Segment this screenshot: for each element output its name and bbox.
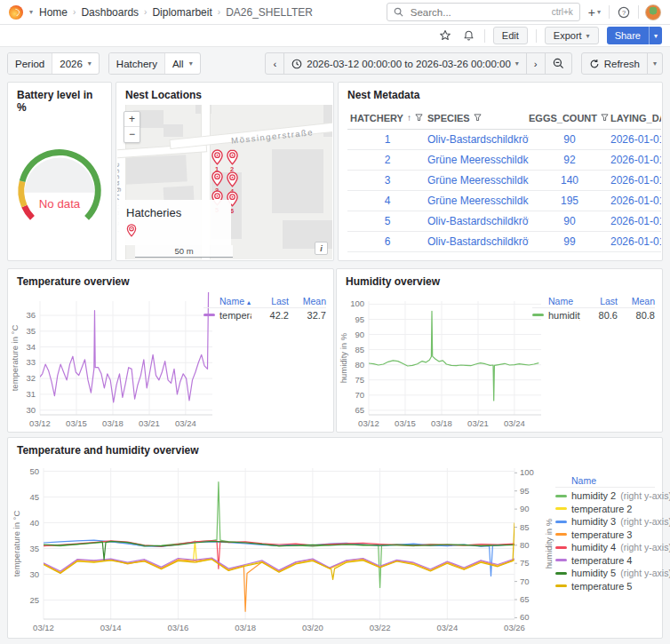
help-icon[interactable]: ?: [616, 3, 632, 22]
cell-species[interactable]: Oliv-Bastardschildkröte: [427, 232, 529, 251]
cell-laying[interactable]: 2026-01-01 0: [610, 130, 661, 149]
humidity-legend: Name Last Mean humidity 80.6 80.8: [532, 294, 655, 322]
cell-laying[interactable]: 2026-01-01 0: [610, 191, 661, 211]
svg-text:35: 35: [26, 326, 36, 336]
cell-eggs[interactable]: 92: [529, 150, 610, 170]
map-info-button[interactable]: i: [315, 242, 328, 255]
edit-button[interactable]: Edit: [493, 27, 528, 44]
map-zoom-controls: + −: [124, 111, 140, 143]
legend-mean-header[interactable]: Mean: [289, 296, 326, 306]
series-color-swatch: [555, 533, 567, 536]
legend-series-label[interactable]: humidity: [532, 310, 580, 321]
add-button[interactable]: +▾: [586, 3, 602, 22]
legend-mean-header[interactable]: Mean: [618, 296, 655, 306]
humidity-chart[interactable]: 03/1203/1503/1803/2103/24657075808590951…: [339, 292, 546, 429]
table-row: 6 Oliv-Bastardschildkröte 99 2026-01-01 …: [347, 232, 661, 252]
map-canvas[interactable]: Mössingerstraße Feldhofgasse 1 2 3 4 5 6: [117, 105, 332, 259]
gauge-red-segment: [24, 206, 32, 218]
svg-text:03/24: 03/24: [504, 418, 525, 428]
temperature-chart[interactable]: 03/1203/1503/1803/2103/2430313233343536t…: [10, 292, 218, 429]
legend-name-header[interactable]: Name: [532, 296, 580, 306]
legend-item[interactable]: humidity 4 (right y-axis): [555, 541, 655, 554]
cell-laying[interactable]: 2026-01-01 0: [610, 150, 661, 170]
grafana-logo-icon[interactable]: [9, 5, 23, 20]
combined-chart[interactable]: 03/1203/1403/1603/1803/2003/2203/2403/26…: [12, 463, 555, 633]
map-zoom-out-button[interactable]: −: [124, 127, 140, 142]
cell-species[interactable]: Oliv-Bastardschildkröte: [427, 211, 529, 231]
legend-last-header[interactable]: Last: [251, 296, 289, 306]
breadcrumb-folder[interactable]: Diplomarbeit: [152, 6, 211, 19]
chevron-down-icon[interactable]: ▾: [29, 8, 33, 16]
time-range-button[interactable]: 2026-03-12 00:00:00 to 2026-03-26 00:00:…: [283, 52, 527, 75]
legend-item[interactable]: humidity 2 (right y-axis): [555, 489, 655, 503]
search-input[interactable]: [409, 6, 546, 19]
cell-laying[interactable]: 2026-01-01 0: [610, 171, 661, 190]
legend-item[interactable]: temperature 3: [555, 529, 655, 542]
legend-item[interactable]: humidity 3 (right y-axis): [555, 515, 655, 529]
legend-item[interactable]: temperature 4: [555, 554, 655, 568]
cell-hatchery[interactable]: 4: [347, 191, 427, 211]
legend-item[interactable]: temperature 5: [555, 580, 655, 593]
breadcrumb-dashboards[interactable]: Dashboards: [81, 6, 139, 19]
map-marker[interactable]: 1: [210, 149, 224, 171]
cell-species[interactable]: Oliv-Bastardschildkröte: [427, 130, 529, 149]
bell-icon[interactable]: [461, 26, 476, 45]
filter-icon[interactable]: [474, 114, 482, 122]
time-shift-forward-button[interactable]: ›: [526, 52, 546, 75]
refresh-button[interactable]: Refresh: [581, 52, 648, 75]
export-button[interactable]: Export▾: [545, 27, 599, 44]
share-menu-chevron-icon[interactable]: ▾: [649, 27, 662, 44]
cell-hatchery[interactable]: 2: [347, 150, 427, 170]
cell-hatchery[interactable]: 6: [347, 232, 427, 251]
refresh-interval-chevron[interactable]: ▾: [647, 52, 663, 75]
share-button[interactable]: Share ▾: [607, 27, 662, 44]
svg-text:03/21: 03/21: [467, 418, 489, 428]
column-header-eggs-count[interactable]: EGGS_COUNT: [529, 107, 610, 129]
column-header-species[interactable]: SPECIES: [427, 107, 529, 129]
time-shift-back-button[interactable]: ‹: [265, 52, 284, 75]
cell-species[interactable]: Grüne Meeresschildkröte: [427, 150, 529, 170]
search-box[interactable]: ctrl+k: [387, 3, 580, 21]
period-select[interactable]: 2026▾: [52, 53, 99, 74]
cell-eggs[interactable]: 140: [529, 171, 610, 190]
legend-row: temperature 42.2 32.7: [203, 308, 326, 322]
legend-last-header[interactable]: Last: [580, 296, 618, 306]
legend-name-header[interactable]: Name: [555, 473, 655, 488]
svg-text:70: 70: [355, 390, 364, 400]
series-color-swatch: [532, 314, 544, 316]
map-zoom-in-button[interactable]: +: [124, 112, 140, 127]
cell-laying[interactable]: 2026-01-01 0: [610, 232, 661, 251]
hatchery-select[interactable]: All▾: [165, 53, 200, 74]
svg-text:65: 65: [520, 594, 530, 604]
cell-eggs[interactable]: 99: [529, 232, 610, 251]
battery-gauge[interactable]: No data: [8, 115, 111, 248]
filter-icon[interactable]: [415, 114, 423, 122]
star-icon[interactable]: [437, 26, 453, 45]
cell-eggs[interactable]: 195: [529, 191, 610, 211]
svg-text:40: 40: [29, 518, 39, 528]
cell-hatchery[interactable]: 1: [347, 130, 427, 149]
cell-hatchery[interactable]: 5: [347, 211, 427, 231]
svg-text:03/24: 03/24: [436, 623, 458, 632]
legend-name-header[interactable]: Name ▴: [203, 296, 251, 306]
svg-text:03/18: 03/18: [235, 623, 256, 632]
cell-laying[interactable]: 2026-01-01 0: [610, 211, 661, 231]
hatchery-pin-icon: [126, 224, 137, 237]
svg-text:80: 80: [520, 540, 530, 550]
column-header-laying-date[interactable]: LAYING_DAT: [610, 107, 661, 129]
legend-series-label[interactable]: temperature: [203, 310, 251, 321]
cell-species[interactable]: Grüne Meeresschildkröte: [427, 191, 529, 211]
cell-eggs[interactable]: 90: [529, 130, 610, 149]
map-marker[interactable]: 2: [225, 149, 239, 171]
avatar[interactable]: [645, 4, 661, 20]
cell-hatchery[interactable]: 3: [347, 171, 427, 190]
zoom-out-time-button[interactable]: [545, 52, 572, 75]
breadcrumb-home[interactable]: Home: [39, 6, 68, 19]
filter-icon[interactable]: [601, 114, 609, 122]
cell-species[interactable]: Grüne Meeresschildkröte: [427, 171, 529, 190]
legend-item[interactable]: humidity 5 (right y-axis): [555, 567, 655, 580]
column-header-hatchery[interactable]: HATCHERY ↑: [347, 107, 427, 129]
refresh-group: Refresh ▾: [581, 52, 663, 75]
legend-item[interactable]: temperature 2: [555, 503, 655, 516]
cell-eggs[interactable]: 90: [529, 211, 610, 231]
